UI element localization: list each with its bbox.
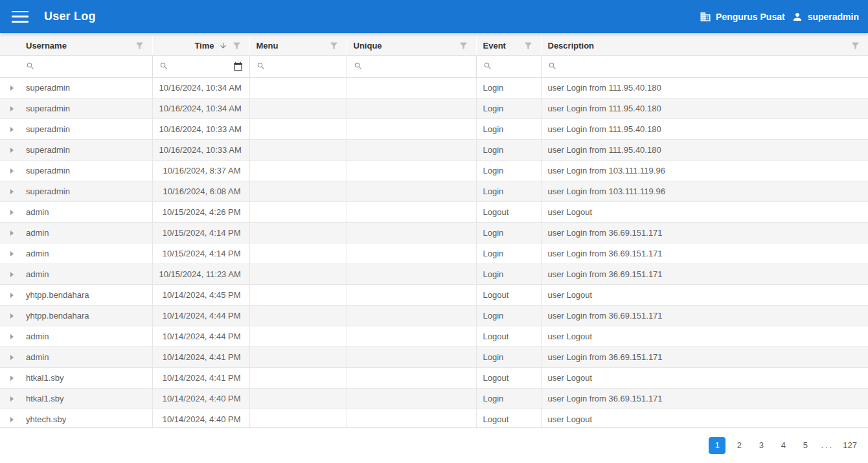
- filter-cell-menu: [249, 55, 347, 77]
- triangle-right-icon[interactable]: [10, 396, 14, 401]
- triangle-right-icon[interactable]: [10, 355, 14, 360]
- cell-username: admin: [19, 222, 152, 243]
- cell-event: Login: [476, 388, 541, 409]
- cell-expander: [0, 367, 19, 388]
- column-header-menu[interactable]: Menu: [249, 36, 347, 55]
- cell-event: Login: [476, 98, 541, 119]
- cell-unique: [347, 388, 476, 409]
- table-row[interactable]: admin 10/14/2024, 4:41 PM Login user Log…: [0, 346, 868, 367]
- triangle-right-icon[interactable]: [10, 148, 14, 153]
- table-row[interactable]: superadmin 10/16/2024, 10:34 AM Login us…: [0, 77, 868, 98]
- filter-icon[interactable]: [135, 41, 144, 51]
- cell-unique: [347, 346, 476, 367]
- triangle-right-icon[interactable]: [10, 251, 14, 256]
- menu-filter-input[interactable]: [271, 59, 340, 73]
- time-filter-input[interactable]: [174, 59, 228, 73]
- column-header-time[interactable]: Time: [152, 36, 249, 55]
- cell-description: user Login from 103.111.119.96: [541, 160, 868, 181]
- triangle-right-icon[interactable]: [10, 293, 14, 298]
- magnifier-icon: [483, 62, 492, 71]
- triangle-right-icon[interactable]: [10, 85, 14, 91]
- username-filter-input[interactable]: [40, 59, 146, 73]
- triangle-right-icon[interactable]: [10, 272, 14, 277]
- triangle-right-icon[interactable]: [10, 313, 14, 319]
- cell-time: 10/14/2024, 4:40 PM: [152, 388, 249, 409]
- column-header-unique[interactable]: Unique: [347, 36, 476, 55]
- menu-icon[interactable]: [12, 11, 29, 23]
- cell-description: user Logout: [541, 201, 868, 222]
- column-label-time: Time: [194, 41, 214, 51]
- cell-username: superadmin: [19, 77, 152, 98]
- calendar-icon[interactable]: [233, 62, 243, 71]
- cell-username: superadmin: [19, 160, 152, 181]
- table-row[interactable]: superadmin 10/16/2024, 6:08 AM Login use…: [0, 181, 868, 201]
- pager-page-3[interactable]: 3: [753, 437, 770, 454]
- triangle-right-icon[interactable]: [10, 168, 14, 174]
- filter-icon[interactable]: [232, 41, 242, 51]
- filter-cell-event: [476, 55, 541, 77]
- cell-expander: [0, 388, 19, 409]
- triangle-right-icon[interactable]: [10, 231, 14, 236]
- triangle-right-icon[interactable]: [10, 106, 14, 111]
- table-row[interactable]: admin 10/14/2024, 4:44 PM Logout user Lo…: [0, 326, 868, 346]
- cell-expander: [0, 201, 19, 222]
- table-row[interactable]: admin 10/15/2024, 4:26 PM Logout user Lo…: [0, 201, 868, 222]
- table-row[interactable]: admin 10/15/2024, 4:14 PM Login user Log…: [0, 222, 868, 243]
- unique-filter-input[interactable]: [368, 59, 470, 73]
- organization-chip[interactable]: Pengurus Pusat: [700, 11, 785, 23]
- cell-time: 10/14/2024, 4:44 PM: [152, 305, 249, 326]
- triangle-right-icon[interactable]: [10, 189, 14, 194]
- cell-unique: [347, 201, 476, 222]
- cell-username: superadmin: [19, 98, 152, 119]
- table-row[interactable]: admin 10/15/2024, 4:14 PM Login user Log…: [0, 243, 868, 264]
- column-header-event[interactable]: Event: [476, 36, 541, 55]
- filter-icon[interactable]: [329, 41, 339, 51]
- magnifier-icon: [354, 62, 363, 71]
- cell-menu: [249, 409, 347, 428]
- cell-menu: [249, 326, 347, 346]
- triangle-right-icon[interactable]: [10, 210, 14, 215]
- cell-description: user Logout: [541, 367, 868, 388]
- table-row[interactable]: yhtpp.bendahara 10/14/2024, 4:44 PM Logi…: [0, 305, 868, 326]
- triangle-right-icon[interactable]: [10, 417, 14, 422]
- cell-unique: [347, 77, 476, 98]
- cell-time: 10/15/2024, 4:26 PM: [152, 201, 249, 222]
- triangle-right-icon[interactable]: [10, 376, 14, 381]
- table-row[interactable]: admin 10/15/2024, 11:23 AM Login user Lo…: [0, 264, 868, 284]
- pager-page-127[interactable]: 127: [841, 437, 859, 454]
- user-menu[interactable]: superadmin: [792, 11, 859, 23]
- event-filter-input[interactable]: [497, 59, 534, 73]
- pager-page-2[interactable]: 2: [731, 437, 748, 454]
- cell-expander: [0, 77, 19, 98]
- triangle-right-icon[interactable]: [10, 127, 14, 132]
- table-row[interactable]: superadmin 10/16/2024, 10:34 AM Login us…: [0, 98, 868, 119]
- cell-unique: [347, 119, 476, 139]
- filter-icon[interactable]: [459, 41, 468, 51]
- pager-page-4[interactable]: 4: [775, 437, 792, 454]
- pager-page-5[interactable]: 5: [797, 437, 814, 454]
- table-row[interactable]: htkal1.sby 10/14/2024, 4:40 PM Login use…: [0, 388, 868, 409]
- table-row[interactable]: yhtech.sby 10/14/2024, 4:40 PM Logout us…: [0, 409, 868, 428]
- cell-event: Login: [476, 305, 541, 326]
- cell-unique: [347, 98, 476, 119]
- column-header-username[interactable]: Username: [19, 36, 152, 55]
- cell-time: 10/16/2024, 10:33 AM: [152, 119, 249, 139]
- cell-menu: [249, 305, 347, 326]
- description-filter-input[interactable]: [562, 59, 862, 73]
- table-row[interactable]: superadmin 10/16/2024, 10:33 AM Login us…: [0, 139, 868, 160]
- cell-unique: [347, 409, 476, 428]
- cell-expander: [0, 181, 19, 201]
- cell-expander: [0, 119, 19, 139]
- table-row[interactable]: htkal1.sby 10/14/2024, 4:41 PM Logout us…: [0, 367, 868, 388]
- table-row[interactable]: superadmin 10/16/2024, 8:37 AM Login use…: [0, 160, 868, 181]
- cell-description: user Login from 111.95.40.180: [541, 77, 868, 98]
- organization-label: Pengurus Pusat: [716, 12, 785, 22]
- table-row[interactable]: superadmin 10/16/2024, 10:33 AM Login us…: [0, 119, 868, 139]
- column-header-description[interactable]: Description: [541, 36, 868, 55]
- triangle-right-icon[interactable]: [10, 334, 14, 339]
- filter-icon[interactable]: [523, 41, 533, 51]
- filter-icon[interactable]: [851, 41, 860, 51]
- cell-username: htkal1.sby: [19, 367, 152, 388]
- table-row[interactable]: yhtpp.bendahara 10/14/2024, 4:45 PM Logo…: [0, 284, 868, 305]
- pager-page-1[interactable]: 1: [709, 437, 725, 454]
